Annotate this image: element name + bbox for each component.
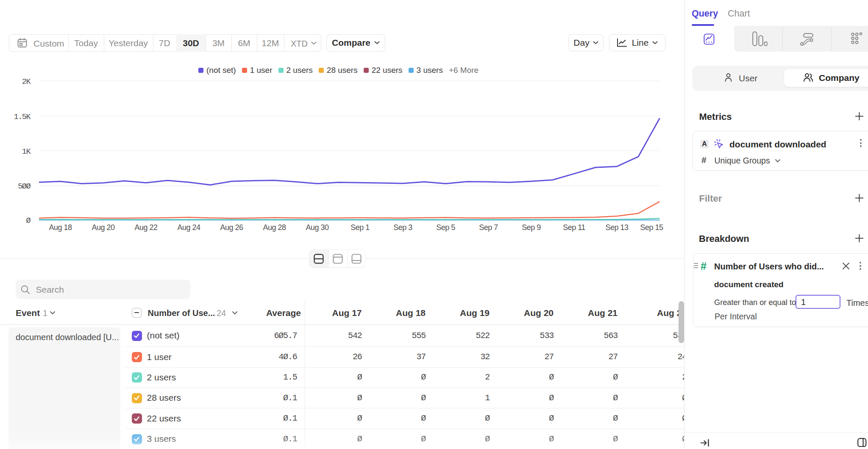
svg-text:Aug 20: Aug 20 [92, 223, 115, 232]
svg-text:5ØØ: 5ØØ [18, 182, 31, 191]
svg-text:Sep 13: Sep 13 [605, 223, 629, 232]
svg-text:Sep 9: Sep 9 [522, 223, 541, 232]
svg-text:Ø: Ø [26, 216, 31, 225]
svg-text:Sep 1: Sep 1 [351, 223, 370, 232]
svg-text:Sep 5: Sep 5 [436, 223, 455, 232]
svg-text:Aug 28: Aug 28 [263, 223, 286, 232]
svg-text:Aug 22: Aug 22 [134, 223, 158, 232]
svg-text:Sep 3: Sep 3 [393, 223, 412, 232]
svg-text:Aug 26: Aug 26 [220, 223, 243, 232]
svg-text:Sep 15: Sep 15 [640, 223, 663, 232]
svg-text:2K: 2K [22, 78, 31, 86]
svg-text:Aug 30: Aug 30 [306, 223, 329, 232]
svg-text:1.5K: 1.5K [14, 113, 31, 122]
svg-text:Aug 24: Aug 24 [177, 223, 200, 232]
svg-text:Aug 18: Aug 18 [49, 223, 72, 232]
svg-text:Sep 7: Sep 7 [479, 223, 498, 232]
svg-text:1K: 1K [22, 147, 31, 156]
svg-text:Sep 11: Sep 11 [563, 223, 585, 232]
